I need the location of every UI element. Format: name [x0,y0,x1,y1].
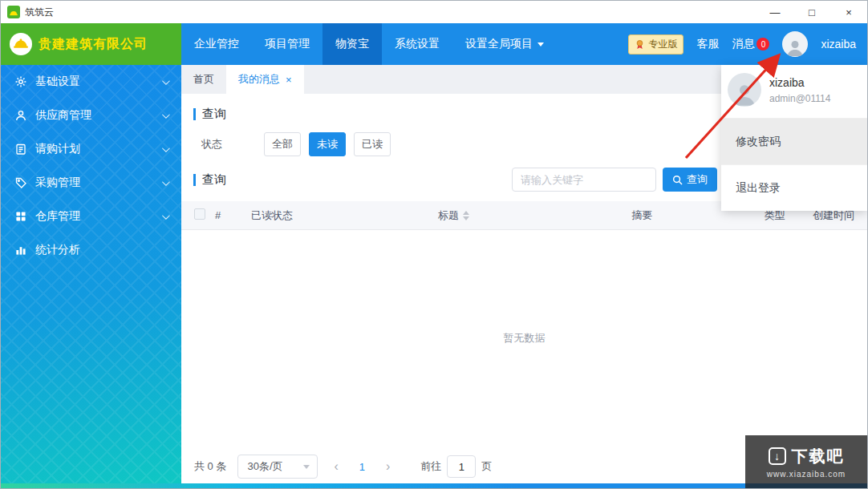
filter-all-button[interactable]: 全部 [264,132,301,156]
sidebar-item-statistics[interactable]: 统计分析 [1,233,181,267]
sidebar-item-label: 基础设置 [35,75,80,89]
chevron-down-icon [162,212,170,220]
sidebar-item-label: 统计分析 [35,243,80,257]
nav-item-enterprise[interactable]: 企业管控 [181,23,252,65]
tab-my-messages[interactable]: 我的消息 × [226,65,304,94]
column-index: # [215,209,251,221]
empty-state: 暂无数据 [181,230,867,447]
menu-item-change-password[interactable]: 修改密码 [721,118,867,164]
tag-icon [14,176,27,189]
section-accent-bar [193,108,196,120]
nav-item-label: 系统设置 [395,37,440,51]
person-icon [732,81,757,107]
hard-hat-icon [9,32,33,56]
nav-item-system-settings[interactable]: 系统设置 [382,23,452,65]
messages-label: 消息 [732,37,754,51]
messages-link[interactable]: 消息 0 [732,37,769,51]
chevron-down-icon [162,77,170,85]
grid-icon [14,210,27,223]
column-title-label: 标题 [438,208,459,223]
nav-item-materials[interactable]: 物资宝 [322,23,382,65]
main-nav: 企业管控 项目管理 物资宝 系统设置 设置全局项目 [181,23,557,65]
sidebar-item-label: 仓库管理 [35,209,80,224]
page-size-select[interactable]: 30条/页 [237,455,318,479]
goto-label: 前往 [420,459,441,474]
support-link[interactable]: 客服 [696,37,719,51]
nav-item-label: 项目管理 [265,37,310,51]
medal-icon [635,39,645,50]
minimize-button[interactable]: — [756,1,793,23]
nav-item-label: 设置全局项目 [465,37,533,51]
username-label[interactable]: xizaiba [821,38,856,51]
sidebar-item-basic-settings[interactable]: 基础设置 [1,65,181,99]
user-info: xizaiba admin@01114 [769,76,830,104]
dropdown-username: xizaiba [769,76,830,89]
bottom-gradient-strip [1,483,867,488]
tab-label: 我的消息 [238,72,280,87]
site-watermark: ↓ 下载吧 www.xiazaiba.com [745,435,867,488]
sort-ascending-icon [463,211,469,215]
select-all-cell [181,208,215,222]
supplier-user-icon [14,109,27,122]
search-button-label: 查询 [687,172,708,187]
window-controls: — □ × [756,1,867,23]
header-right: 专业版 客服 消息 0 xizaiba [628,23,867,65]
select-all-checkbox[interactable] [194,208,205,220]
page-unit-label: 页 [481,459,492,474]
clipboard-icon [14,143,27,156]
total-count-label: 共 0 条 [194,459,226,474]
close-button[interactable]: × [830,1,867,23]
sidebar-item-procurement[interactable]: 采购管理 [1,166,181,200]
sidebar-item-warehouse[interactable]: 仓库管理 [1,200,181,233]
close-tab-icon[interactable]: × [286,74,292,86]
sidebar-item-suppliers[interactable]: 供应商管理 [1,99,181,132]
section-title: 查询 [202,172,226,188]
search-button[interactable]: 查询 [663,168,717,192]
next-page-button[interactable]: › [381,459,395,474]
person-icon [785,38,805,57]
filter-read-button[interactable]: 已读 [354,132,391,156]
sidebar-item-label: 供应商管理 [35,108,91,123]
app-header: 贵建建筑有限公司 企业管控 项目管理 物资宝 系统设置 设置全局项目 [1,23,867,65]
sidebar-item-label: 请购计划 [35,142,80,156]
goto-page-input[interactable] [447,455,476,478]
sort-icon[interactable] [463,211,469,220]
section-title: 查询 [202,107,226,122]
keyword-search-input[interactable] [512,168,656,192]
chevron-down-icon [162,111,170,119]
sort-descending-icon [463,216,469,220]
user-dropdown-menu: xizaiba admin@01114 修改密码 退出登录 [721,65,867,211]
prev-page-button[interactable]: ‹ [329,459,343,474]
maximize-button[interactable]: □ [793,1,830,23]
current-page-number[interactable]: 1 [355,461,370,473]
nav-item-project[interactable]: 项目管理 [252,23,322,65]
tab-home[interactable]: 首页 [181,65,226,94]
chevron-down-icon [162,144,170,152]
nav-item-global-project[interactable]: 设置全局项目 [452,23,557,65]
app-logo-icon [7,6,20,18]
column-title[interactable]: 标题 [359,208,548,223]
sidebar-item-purchase-requests[interactable]: 请购计划 [1,132,181,166]
nav-item-label: 物资宝 [335,37,369,51]
menu-item-logout[interactable]: 退出登录 [721,164,867,211]
search-group: 查询 [512,168,717,192]
company-logo: 贵建建筑有限公司 [1,23,181,65]
app-window: 筑筑云 — □ × 贵建建筑有限公司 企业管控 项目管理 物资宝 [0,0,868,489]
nav-item-label: 企业管控 [194,37,239,51]
watermark-logo-row: ↓ 下载吧 [769,446,845,467]
chevron-down-icon [303,465,310,469]
watermark-site-url: www.xiazaiba.com [767,470,846,479]
section-accent-bar [193,174,196,186]
sidebar-item-label: 采购管理 [35,176,80,190]
pro-version-badge: 专业版 [628,34,683,55]
gear-icon [14,75,27,88]
user-dropdown-header: xizaiba admin@01114 [721,65,867,118]
messages-count-badge: 0 [756,38,769,51]
filter-unread-button[interactable]: 未读 [309,132,346,156]
column-read-status: 已读状态 [251,208,359,223]
goto-page-group: 前往 页 [420,455,492,478]
search-icon [672,175,683,185]
user-avatar[interactable] [782,31,808,57]
caret-down-icon [537,42,544,46]
download-icon: ↓ [769,447,786,465]
